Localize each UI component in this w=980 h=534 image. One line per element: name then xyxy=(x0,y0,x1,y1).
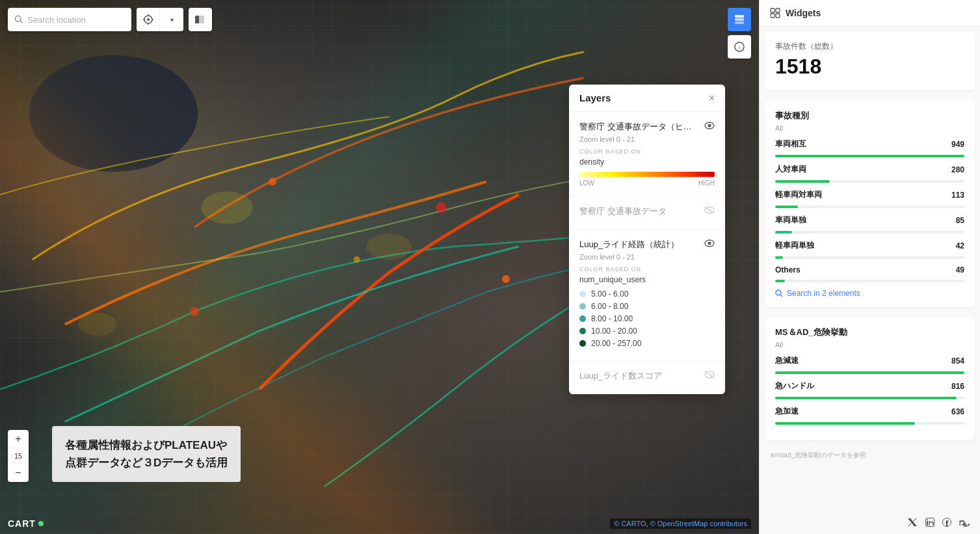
search-elements-link[interactable]: Search in 2 elements xyxy=(775,289,964,298)
stat-value-4: 85 xyxy=(956,216,964,225)
svg-point-9 xyxy=(15,16,21,21)
linkedin-icon[interactable] xyxy=(925,518,934,529)
stat-bar-container-6 xyxy=(775,280,964,282)
info-btn[interactable]: i xyxy=(728,35,751,59)
layer-3-color-field: num_unique_users xyxy=(579,275,715,284)
layer-3-color-label: COLOR BASED ON xyxy=(579,266,715,273)
layer-2-eye-btn[interactable] xyxy=(704,206,715,216)
stat-row-4: 車両単独 85 xyxy=(775,215,964,226)
layers-panel-title: Layers xyxy=(579,92,611,103)
facebook-icon[interactable] xyxy=(942,518,951,529)
zoom-controls: + 15 − xyxy=(8,430,29,482)
legend-dot-3 xyxy=(579,315,586,322)
svg-rect-17 xyxy=(195,16,199,23)
stat-row-1: 車両相互 949 xyxy=(775,139,964,150)
layer-1-name: 警察庁 交通事故データ（ヒ… xyxy=(579,121,699,133)
split-view-btn[interactable] xyxy=(189,8,212,31)
layer-1-zoom: Zoom level 0 - 21 xyxy=(579,135,715,143)
stat-bar-container-3 xyxy=(775,206,964,208)
stat-bar-container-1 xyxy=(775,155,964,157)
stat-bar-2 xyxy=(775,180,830,183)
dangerous-bar-container-2 xyxy=(775,397,964,399)
stat-value-5: 42 xyxy=(956,241,964,250)
layer-3-eye-btn[interactable] xyxy=(704,239,715,249)
search-placeholder: Search location xyxy=(27,15,86,25)
svg-point-1 xyxy=(436,202,446,213)
location-btn[interactable] xyxy=(137,8,160,31)
svg-point-0 xyxy=(29,55,198,172)
stat-bar-container-2 xyxy=(775,180,964,183)
stat-label-5: 軽車両単独 xyxy=(775,240,814,251)
legend-label-1: 5.00 - 6.00 xyxy=(591,289,628,299)
zoom-in-btn[interactable]: + xyxy=(8,430,29,448)
right-panel: Widgets 事故件数（総数） 1518 事故種別 All 車両相互 949 … xyxy=(759,0,980,534)
legend-item-4: 10.00 - 20.00 xyxy=(579,327,715,336)
layer-1-gradient-labels: LOW HIGH xyxy=(579,180,715,187)
twitter-icon[interactable] xyxy=(907,518,918,529)
zoom-level: 15 xyxy=(8,448,29,464)
annotation-box: 各種属性情報およびPLATEAUや点群データなど３Dデータも活用 xyxy=(52,426,241,482)
carto-logo: CART xyxy=(8,518,44,529)
layer-1-color-label: COLOR BASED ON xyxy=(579,148,715,155)
stat-value-6: 49 xyxy=(956,265,964,274)
split-view-icon xyxy=(195,16,205,23)
dangerous-bar-2 xyxy=(775,397,957,399)
stat-label-6: Others xyxy=(775,265,801,274)
accident-type-card: 事故種別 All 車両相互 949 人対車両 280 軽車両対車両 113 車両… xyxy=(765,101,975,307)
stat-label-2: 人対車両 xyxy=(775,164,806,175)
layers-panel: Layers × 警察庁 交通事故データ（ヒ… Zoom level 0 - 2… xyxy=(569,85,725,394)
dropdown-btn[interactable]: ▾ xyxy=(160,8,183,31)
carto-attr-link[interactable]: © CARTO xyxy=(614,520,646,527)
layer-item-4: Luup_ライド数スコア xyxy=(569,361,725,394)
svg-point-3 xyxy=(354,256,360,263)
legend-dot-4 xyxy=(579,328,586,334)
svg-rect-21 xyxy=(735,18,744,21)
legend-item-2: 6.00 - 8.00 xyxy=(579,302,715,311)
accident-count-card: 事故件数（総数） 1518 xyxy=(765,32,975,90)
map-container[interactable]: Search location ▾ xyxy=(0,0,759,534)
legend-label-5: 20.00 - 257.00 xyxy=(591,339,641,348)
info-icon: i xyxy=(734,42,745,52)
osm-attr-link[interactable]: © OpenStreetMap contributors xyxy=(650,520,747,527)
widgets-title: Widgets xyxy=(786,8,821,18)
svg-rect-35 xyxy=(771,14,775,18)
stat-bar-container-4 xyxy=(775,231,964,234)
dangerous-bar-3 xyxy=(775,422,915,425)
svg-point-2 xyxy=(269,178,276,185)
zoom-out-btn[interactable]: − xyxy=(8,464,29,482)
svg-rect-22 xyxy=(735,21,744,24)
svg-point-30 xyxy=(708,242,711,245)
svg-point-7 xyxy=(367,234,412,260)
layer-2-name: 警察庁 交通事故データ xyxy=(579,206,699,217)
legend-item-1: 5.00 - 6.00 xyxy=(579,289,715,299)
dangerous-behavior-title: MS＆AD_危険挙動 xyxy=(775,327,964,338)
search-box[interactable]: Search location xyxy=(8,8,131,31)
layer-4-eye-btn[interactable] xyxy=(704,370,715,380)
stat-label-3: 軽車両対車両 xyxy=(775,189,822,200)
layers-close-btn[interactable]: × xyxy=(709,93,715,103)
layer-item-2: 警察庁 交通事故データ xyxy=(569,196,725,230)
stat-bar-container-5 xyxy=(775,256,964,259)
location-controls: ▾ xyxy=(137,8,183,31)
legend-item-5: 20.00 - 257.00 xyxy=(579,339,715,348)
search-icon xyxy=(14,15,23,24)
layers-toggle-btn[interactable] xyxy=(728,8,751,31)
stat-bar-3 xyxy=(775,206,798,208)
svg-line-10 xyxy=(20,21,22,23)
legend-label-2: 6.00 - 8.00 xyxy=(591,302,628,311)
legend-item-3: 8.00 - 10.00 xyxy=(579,314,715,323)
layer-1-eye-btn[interactable] xyxy=(704,121,715,131)
widgets-icon xyxy=(770,8,780,18)
stat-label-4: 車両単独 xyxy=(775,215,806,226)
svg-text:i: i xyxy=(739,44,741,51)
svg-rect-34 xyxy=(776,8,780,12)
layer-1-gradient xyxy=(579,172,715,177)
map-toolbar: Search location ▾ xyxy=(8,8,212,31)
stat-bar-1 xyxy=(775,155,964,157)
dangerous-stat-label-2: 急ハンドル xyxy=(775,380,814,392)
layer-3-legend: 5.00 - 6.00 6.00 - 8.00 8.00 - 10.00 10.… xyxy=(579,289,715,348)
layer-4-name: Luup_ライド数スコア xyxy=(579,370,699,382)
svg-point-12 xyxy=(147,18,150,21)
layer-item-1: 警察庁 交通事故データ（ヒ… Zoom level 0 - 21 COLOR B… xyxy=(569,112,725,196)
link-icon[interactable] xyxy=(959,518,970,529)
